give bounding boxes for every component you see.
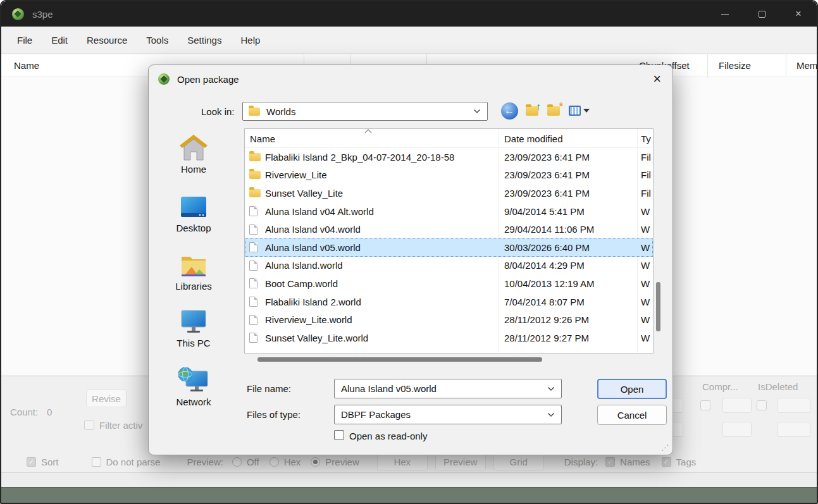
do-not-parse-label: Do not parse xyxy=(106,457,161,467)
file-row[interactable]: Flabaliki Island 2.world 7/04/2014 8:07 … xyxy=(245,293,653,311)
menu-item[interactable]: File xyxy=(8,31,42,49)
maximize-icon xyxy=(759,11,765,18)
column-name[interactable]: Name xyxy=(14,60,39,71)
file-row[interactable]: Aluna Island v04.world 29/04/2014 11:06 … xyxy=(245,220,653,238)
sort-checkbox[interactable] xyxy=(27,457,36,467)
file-icon xyxy=(249,242,257,252)
file-row[interactable]: Aluna Island v04 Alt.world 9/04/2014 5:4… xyxy=(245,202,653,221)
sort-label: Sort xyxy=(41,457,59,467)
preview-preview-radio[interactable] xyxy=(311,457,320,467)
file-date-modified: 9/04/2014 5:41 PM xyxy=(504,206,585,217)
file-row[interactable]: Boot Camp.world 10/04/2013 12:19 AM W xyxy=(245,274,653,293)
file-type: W xyxy=(641,278,650,289)
list-column-date-modified[interactable]: Date modified xyxy=(504,133,563,144)
look-in-dropdown[interactable]: Worlds xyxy=(242,102,488,121)
file-row[interactable]: Aluna Island.world 8/04/2014 4:29 PM W xyxy=(245,257,653,275)
file-date-modified: 10/04/2013 12:19 AM xyxy=(504,278,595,289)
minimize-button[interactable] xyxy=(707,1,743,27)
compressed-label: Compr... xyxy=(702,381,738,392)
up-one-level-button[interactable]: ↑ xyxy=(523,102,541,120)
file-row[interactable]: Aluna Island v05.world 30/03/2026 6:40 P… xyxy=(245,238,653,257)
dialog-title: Open package xyxy=(177,74,239,85)
preview-button[interactable]: Preview xyxy=(435,454,486,470)
preview-preview-label: Preview xyxy=(325,457,359,467)
filter-active-checkbox[interactable] xyxy=(84,420,94,430)
sidebar-item-label: Home xyxy=(181,164,206,175)
file-date-modified: 28/11/2012 9:26 PM xyxy=(504,314,589,325)
tags-checkbox[interactable] xyxy=(662,457,671,467)
sidebar-item-libraries[interactable]: Libraries xyxy=(156,252,232,292)
sidebar-item-home[interactable]: Home xyxy=(156,133,232,175)
do-not-parse-checkbox[interactable] xyxy=(92,457,101,467)
tags-label: Tags xyxy=(676,457,697,467)
sidebar-item-network[interactable]: Network xyxy=(156,366,232,407)
new-folder-button[interactable]: * xyxy=(545,102,562,120)
back-button[interactable]: ← xyxy=(500,102,518,120)
folder-icon xyxy=(249,108,260,116)
new-folder-icon: * xyxy=(547,106,560,116)
view-menu-button[interactable] xyxy=(566,102,592,120)
close-button[interactable]: × xyxy=(780,1,817,27)
files-of-type-dropdown[interactable]: DBPF Packages xyxy=(334,405,562,424)
file-icon xyxy=(249,224,257,235)
file-list-panel: Name Date modified Ty Flabaliki Island 2… xyxy=(244,128,654,353)
sort-ascending-icon xyxy=(364,129,373,133)
file-name: Aluna Island v05.world xyxy=(265,242,361,253)
grid-button[interactable]: Grid xyxy=(493,454,544,470)
file-row[interactable]: Sunset Valley_Lite.world 28/11/2012 9:27… xyxy=(245,329,653,347)
title-bar: s3pe × xyxy=(1,1,817,27)
file-type: W xyxy=(641,260,650,271)
column-separator[interactable] xyxy=(786,54,786,77)
revise-button[interactable]: Revise xyxy=(86,390,127,407)
list-column-name[interactable]: Name xyxy=(250,133,275,144)
column-filesize[interactable]: Filesize xyxy=(719,60,751,71)
list-column-type[interactable]: Ty xyxy=(641,133,651,144)
file-type: W xyxy=(641,224,650,235)
open-button[interactable]: Open xyxy=(597,379,667,399)
menu-item[interactable]: Tools xyxy=(137,31,178,49)
read-only-checkbox[interactable] xyxy=(334,430,344,440)
dialog-close-button[interactable]: × xyxy=(653,72,661,86)
maximize-button[interactable] xyxy=(743,1,780,27)
horizontal-scrollbar[interactable] xyxy=(257,357,542,362)
file-row[interactable]: Riverview_Lite 23/09/2023 6:41 PM Fil xyxy=(245,166,653,185)
file-type: W xyxy=(641,206,650,217)
file-name: Riverview_Lite xyxy=(265,169,327,180)
sidebar-item-desktop[interactable]: Desktop xyxy=(156,195,232,233)
hex-button[interactable]: Hex xyxy=(377,454,428,470)
column-memsize[interactable]: Mems xyxy=(796,60,818,71)
sidebar-item-label: Libraries xyxy=(175,281,212,292)
sidebar-item-this-pc[interactable]: This PC xyxy=(156,309,232,348)
vertical-scrollbar[interactable] xyxy=(656,282,660,331)
file-date-modified: 28/11/2012 9:27 PM xyxy=(504,333,589,343)
count-value: 0 xyxy=(47,407,52,417)
preview-off-radio[interactable] xyxy=(232,457,242,467)
column-separator[interactable] xyxy=(707,54,708,77)
menu-item[interactable]: Help xyxy=(231,31,270,49)
file-type: W xyxy=(641,333,650,343)
names-checkbox[interactable] xyxy=(605,457,615,467)
isdeleted-checkbox[interactable] xyxy=(757,400,767,410)
menu-item[interactable]: Edit xyxy=(42,31,77,49)
network-icon xyxy=(177,366,210,394)
file-date-modified: 7/04/2014 8:07 PM xyxy=(504,297,585,307)
file-icon xyxy=(249,261,257,271)
menu-bar: FileEditResourceToolsSettingsHelp xyxy=(1,27,817,54)
menu-item[interactable]: Settings xyxy=(178,31,231,49)
folder-icon xyxy=(249,189,261,197)
preview-hex-radio[interactable] xyxy=(270,457,279,467)
file-row[interactable]: Riverview_Lite.world 28/11/2012 9:26 PM … xyxy=(245,310,653,329)
resize-grip[interactable]: ⋰ xyxy=(661,443,669,452)
compressed-checkbox[interactable] xyxy=(700,400,710,410)
cancel-button[interactable]: Cancel xyxy=(597,405,667,425)
view-menu-icon xyxy=(569,106,581,116)
file-icon xyxy=(249,206,257,216)
file-type: W xyxy=(641,314,650,325)
file-name-input[interactable]: Aluna Island v05.world xyxy=(334,379,562,398)
names-label: Names xyxy=(620,457,650,467)
menu-item[interactable]: Resource xyxy=(77,31,137,49)
file-list-header: Name Date modified Ty xyxy=(245,129,653,148)
file-row[interactable]: Sunset Valley_Lite 23/09/2023 6:41 PM Fi… xyxy=(245,184,653,202)
file-row[interactable]: Flabaliki Island 2_Bkp_04-07-2014_20-18-… xyxy=(245,148,653,166)
minimize-icon xyxy=(721,14,729,15)
